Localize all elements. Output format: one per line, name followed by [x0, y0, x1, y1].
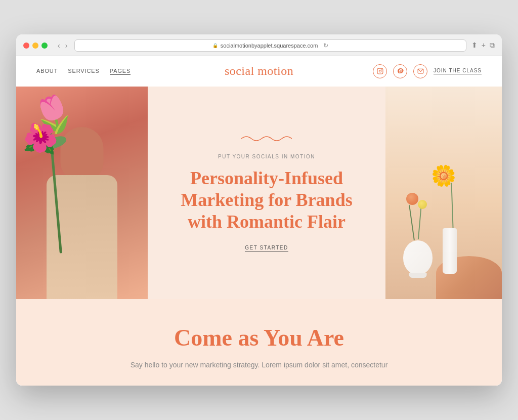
site-header: ABOUT SERVICES PAGES social motion: [16, 56, 502, 87]
pinterest-icon[interactable]: [393, 64, 407, 78]
tabs-icon[interactable]: ⧉: [490, 41, 495, 50]
join-class-button[interactable]: JOIN THE CLASS: [434, 68, 482, 74]
new-tab-icon[interactable]: +: [482, 41, 486, 50]
wavy-line-decoration: [241, 134, 292, 146]
round-vase: [403, 240, 433, 275]
hero-section: 🌷 🌺 PUT YOUR SOCIALS I: [16, 87, 502, 299]
tulip-orange-icon: 🌺: [21, 119, 61, 157]
email-icon[interactable]: [413, 64, 427, 78]
come-as-you-are-heading: Come as You Are: [36, 324, 482, 351]
site-logo[interactable]: social motion: [225, 64, 293, 78]
hero-left-image: 🌷 🌺: [16, 87, 148, 299]
vase-base: [409, 273, 427, 278]
url-text: socialmotionbyapplet.squarespace.com: [221, 43, 318, 49]
site-content: ABOUT SERVICES PAGES social motion: [16, 56, 502, 386]
hero-headline: Personality-Infused Marketing for Brands…: [163, 167, 370, 233]
tall-vase: [443, 228, 457, 274]
hero-subtitle: PUT YOUR SOCIALS IN MOTION: [218, 154, 315, 159]
daisy-flower-icon: 🌼: [431, 164, 456, 188]
below-hero-subtext: Say hello to your new marketing strategy…: [36, 359, 482, 370]
back-button[interactable]: ‹: [56, 40, 62, 51]
nav-services[interactable]: SERVICES: [68, 68, 99, 75]
instagram-icon[interactable]: [373, 64, 387, 78]
hero-center: PUT YOUR SOCIALS IN MOTION Personality-I…: [148, 87, 385, 299]
address-bar[interactable]: 🔒 socialmotionbyapplet.squarespace.com ↻: [74, 39, 466, 52]
close-dot[interactable]: [23, 43, 29, 49]
browser-actions: ⬆ + ⧉: [471, 41, 495, 50]
nav-about[interactable]: ABOUT: [36, 68, 58, 75]
svg-point-1: [379, 70, 381, 72]
vase-scene: 🌼: [385, 87, 502, 299]
below-hero-section: Come as You Are Say hello to your new ma…: [16, 299, 502, 386]
share-icon[interactable]: ⬆: [471, 41, 478, 50]
hero-right-image: 🌼: [385, 87, 502, 299]
browser-chrome: ‹ › 🔒 socialmotionbyapplet.squarespace.c…: [16, 34, 502, 56]
reload-icon[interactable]: ↻: [323, 42, 328, 49]
minimize-dot[interactable]: [32, 43, 38, 49]
browser-nav-buttons: ‹ ›: [56, 40, 69, 51]
maximize-dot[interactable]: [41, 43, 48, 49]
nav-pages[interactable]: PAGES: [110, 68, 131, 75]
nav-right: JOIN THE CLASS: [373, 64, 482, 78]
svg-point-2: [381, 69, 381, 70]
nav-left: ABOUT SERVICES PAGES: [36, 68, 131, 75]
svg-rect-0: [377, 68, 383, 74]
forward-button[interactable]: ›: [63, 40, 70, 51]
browser-window: ‹ › 🔒 socialmotionbyapplet.squarespace.c…: [16, 34, 502, 386]
get-started-button[interactable]: GET STARTED: [245, 245, 288, 252]
browser-dots: [23, 43, 48, 49]
lock-icon: 🔒: [212, 43, 218, 48]
